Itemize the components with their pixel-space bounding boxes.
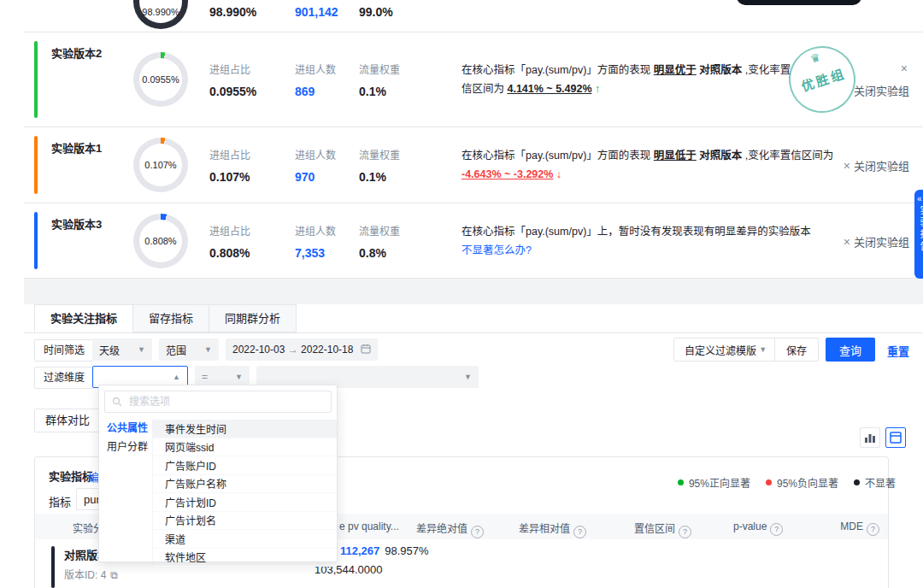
dropdown-option[interactable]: 广告计划ID xyxy=(153,493,337,512)
enrollment-donut: 0.107% xyxy=(133,138,188,192)
card-view-toggle[interactable] xyxy=(885,427,906,448)
quality-value: 98.957% xyxy=(385,544,428,557)
close-group-label[interactable]: 关闭实验组 xyxy=(854,85,909,97)
tab-retention-metrics[interactable]: 留存指标 xyxy=(133,304,209,332)
copy-icon[interactable]: ⧉ xyxy=(110,569,118,581)
insight-text: 在核心指标「pay.(sum/pv)」上，暂时没有发现表现有明显差异的实验版本 … xyxy=(462,222,863,260)
calendar-icon xyxy=(361,344,371,356)
range-select[interactable]: 范围▼ xyxy=(159,338,219,361)
chart-view-toggle[interactable] xyxy=(860,427,880,448)
date-range-input[interactable]: 2022-10-03 → 2022-10-18 xyxy=(226,338,378,361)
dropdown-option[interactable]: 事件发生时间 xyxy=(153,420,337,438)
version-name: 实验版本1 xyxy=(51,139,102,156)
category-user-segments[interactable]: 用户分群 xyxy=(99,438,152,457)
count-value[interactable]: 869 xyxy=(295,85,359,98)
control-weight-value: 99.0% xyxy=(359,5,393,19)
black-dot-icon xyxy=(854,479,860,485)
custom-filter-template-button[interactable]: 自定义过滤模版 ▼ xyxy=(673,338,778,362)
metric-label: 指标 xyxy=(49,493,71,509)
down-arrow-icon: ↓ xyxy=(556,168,561,180)
control-ratio-value: 98.990% xyxy=(209,5,256,19)
header-confidence-interval: 置信区间? xyxy=(634,520,691,538)
header-p-value: p-value? xyxy=(733,520,783,536)
not-significant-help-link[interactable]: 不显著怎么办? xyxy=(462,244,532,256)
reset-link[interactable]: 重置 xyxy=(887,343,909,359)
ratio-label: 进组占比 xyxy=(209,147,295,162)
close-group-button[interactable]: ×关闭实验组 xyxy=(844,157,909,173)
close-icon[interactable]: × xyxy=(854,62,908,75)
experiment-version-row: 实验版本1 0.107% 进组占比0.107% 进组人数970 流量权重0.1%… xyxy=(24,127,923,203)
insight-ref: 对照版本 xyxy=(697,150,745,162)
chevron-down-icon: ▼ xyxy=(138,345,145,354)
side-report-tab[interactable]: « 实验报告 xyxy=(914,190,923,279)
count-label: 进组人数 xyxy=(295,147,359,162)
version-stats: 进组占比0.0955% 进组人数869 流量权重0.1% xyxy=(209,62,444,98)
option-search-input[interactable] xyxy=(127,395,324,409)
donut-label: 98.990% xyxy=(133,0,188,29)
count-value[interactable]: 7,353 xyxy=(295,245,359,259)
insight-pre: 在核心指标「pay.(sum/pv)」方面的表现 xyxy=(462,64,654,76)
dropdown-option[interactable]: 软件地区 xyxy=(153,549,337,567)
insight-text: 在核心指标「pay.(sum/pv)」方面的表现 明显低于 对照版本 ,变化率置… xyxy=(462,146,872,184)
dropdown-option[interactable]: 网页端ssid xyxy=(153,438,337,457)
tab-experiment-metrics[interactable]: 实验关注指标 xyxy=(34,304,133,332)
category-public-attributes[interactable]: 公共属性 xyxy=(99,420,152,438)
close-group-label[interactable]: 关闭实验组 xyxy=(854,235,909,248)
insight-verdict: 明显低于 xyxy=(654,150,697,162)
ratio-value: 0.107% xyxy=(209,170,295,184)
version-stats: 进组占比0.107% 进组人数970 流量权重0.1% xyxy=(209,147,444,184)
red-dot-icon xyxy=(766,479,772,485)
donut-label: 0.808% xyxy=(133,214,188,268)
close-icon[interactable]: × xyxy=(844,159,850,173)
ratio-label: 进组占比 xyxy=(209,62,295,76)
dropdown-body: 公共属性 用户分群 事件发生时间 网页端ssid 广告账户ID 广告账户名称 广… xyxy=(99,418,337,562)
enrollment-donut: 0.0955% xyxy=(133,52,188,107)
close-group-button[interactable]: × 关闭实验组 xyxy=(854,62,909,98)
filter-dimension-label: 过滤维度 xyxy=(34,367,94,389)
exposure-value[interactable]: 112,267 xyxy=(340,544,379,557)
tab-cohort-analysis[interactable]: 同期群分析 xyxy=(209,304,297,332)
close-group-button[interactable]: ×关闭实验组 xyxy=(844,232,909,249)
group-compare-button[interactable]: 群体对比 xyxy=(34,409,101,432)
enrollment-donut: 0.808% xyxy=(133,214,188,268)
date-arrow-icon: → xyxy=(288,344,298,356)
up-arrow-icon: ↑ xyxy=(595,83,600,95)
legend-neutral: 不显著 xyxy=(854,475,896,490)
dropdown-option[interactable]: 渠道 xyxy=(153,530,337,549)
version-color-bar xyxy=(34,212,38,269)
close-group-label[interactable]: 关闭实验组 xyxy=(854,160,909,173)
ratio-value: 0.808% xyxy=(209,245,295,259)
help-icon[interactable]: ? xyxy=(867,523,879,536)
granularity-select[interactable]: 天级▼ xyxy=(92,338,152,361)
control-count-value[interactable]: 901,142 xyxy=(295,5,338,19)
query-button[interactable]: 查询 xyxy=(826,338,875,362)
option-search-box[interactable] xyxy=(104,391,332,413)
date-end: 2022-10-18 xyxy=(301,344,353,356)
save-button[interactable]: 保存 xyxy=(774,338,819,362)
weight-label: 流量权重 xyxy=(359,222,444,237)
report-tabs: 实验关注指标 留存指标 同期群分析 xyxy=(24,304,923,333)
chevron-up-icon: ▲ xyxy=(173,373,180,381)
chevron-down-icon: ▼ xyxy=(204,345,212,354)
dropdown-option[interactable]: 广告账户名称 xyxy=(153,475,337,494)
ratio-label: 进组占比 xyxy=(209,222,295,237)
dropdown-option[interactable]: 广告账户ID xyxy=(153,456,337,475)
dropdown-option[interactable]: 广告计划名 xyxy=(153,512,337,531)
count-value[interactable]: 970 xyxy=(295,170,359,184)
range-value: 范围 xyxy=(166,343,186,357)
close-icon[interactable]: × xyxy=(844,234,850,248)
help-icon[interactable]: ? xyxy=(471,526,484,538)
help-icon[interactable]: ? xyxy=(770,523,783,536)
control-exposure-cell: 112,26798.957% xyxy=(340,544,429,557)
collapse-left-icon: « xyxy=(917,194,923,203)
confidence-interval: -4.643% ~ -3.292% xyxy=(462,168,553,180)
significance-legend: 95%正向显著 95%负向显著 不显著 xyxy=(678,475,896,490)
help-icon[interactable]: ? xyxy=(573,526,586,538)
help-icon[interactable]: ? xyxy=(679,526,691,538)
time-filter-label: 时间筛选 xyxy=(34,339,94,362)
donut-label: 0.107% xyxy=(133,138,188,192)
control-version-id: 版本ID: 4⧉ xyxy=(64,567,118,581)
top-tooltip-remnant xyxy=(737,0,861,5)
control-enrollment-donut: 98.990% xyxy=(133,0,188,29)
search-icon xyxy=(112,397,122,407)
